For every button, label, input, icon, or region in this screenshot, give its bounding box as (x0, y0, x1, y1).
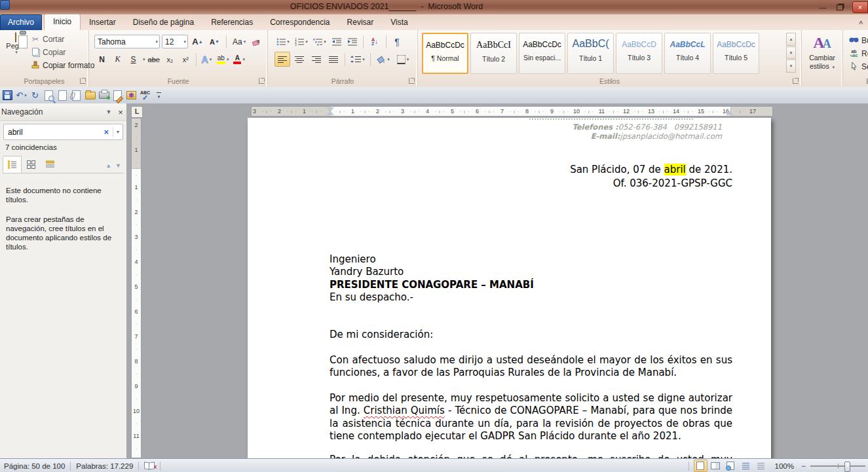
italic-button[interactable]: K (110, 52, 125, 67)
zoom-slider[interactable] (810, 465, 865, 467)
insert-special-button[interactable]: ✱ (125, 89, 138, 101)
superscript-button[interactable]: x² (178, 52, 193, 67)
underline-button[interactable]: S (126, 52, 141, 67)
word-count[interactable]: Palabras: 17.229 (75, 462, 134, 470)
increase-indent-button[interactable] (345, 34, 360, 49)
change-case-button[interactable]: Aa▾ (231, 34, 248, 49)
underline-dropdown-icon[interactable]: ▾ (143, 57, 145, 62)
paste-dropdown-icon[interactable]: ▾ (3, 50, 29, 55)
redo-button[interactable]: ↻ (29, 89, 41, 101)
grow-font-button[interactable]: A▲ (190, 34, 205, 49)
font-color-button[interactable]: A ▾ (231, 52, 247, 67)
tab-browse-headings[interactable] (3, 156, 22, 173)
bullets-button[interactable]: ▾ (274, 34, 292, 49)
highlight-button[interactable]: ab ▾ (215, 52, 231, 67)
paragraph-dialog-launcher-icon[interactable] (409, 78, 415, 84)
document-page[interactable]: Telefones :052-676-384 0992158911 E-mail… (248, 118, 771, 458)
save-button[interactable] (1, 89, 14, 101)
numbering-button[interactable]: 123▾ (293, 34, 310, 49)
cut-button[interactable]: ✂ Cortar (30, 33, 94, 46)
open-button[interactable] (84, 89, 96, 101)
tab-correspondencia[interactable]: Correspondencia (261, 15, 338, 30)
hanging-indent-marker[interactable] (326, 107, 334, 115)
attach-file-button[interactable] (70, 89, 83, 101)
style-normal[interactable]: AaBbCcDc¶ Normal (422, 33, 468, 74)
show-marks-button[interactable]: ¶ (390, 34, 404, 49)
decrease-indent-button[interactable] (330, 34, 344, 49)
new-document-button[interactable] (56, 89, 69, 101)
tab-browse-results[interactable] (41, 156, 60, 173)
close-button[interactable]: × (852, 1, 868, 13)
tab-revisar[interactable]: Revisar (339, 15, 383, 30)
tab-insertar[interactable]: Insertar (81, 15, 124, 30)
clear-formatting-button[interactable]: a (250, 34, 265, 49)
previous-result-icon[interactable]: ▲ (105, 162, 111, 169)
align-right-button[interactable] (309, 52, 324, 67)
font-name-select[interactable]: Tahoma ▾ (94, 35, 160, 48)
sort-button[interactable]: AZ ↓ (367, 34, 383, 49)
shrink-font-button[interactable]: A▼ (207, 34, 222, 49)
view-outline-button[interactable] (739, 460, 753, 472)
style-titulo-2[interactable]: AaBbCcITítulo 2 (470, 33, 517, 74)
zoom-out-button[interactable]: − (799, 462, 808, 471)
align-center-button[interactable] (292, 52, 307, 67)
style-titulo-3[interactable]: AaBbCcDTítulo 3 (616, 33, 662, 74)
spellcheck-status-button[interactable]: × (143, 462, 156, 471)
style-titulo-4[interactable]: AaBbCcLTítulo 4 (664, 33, 711, 74)
borders-button[interactable]: ▾ (394, 52, 412, 67)
copy-button[interactable]: Copiar (30, 46, 94, 59)
paste-button[interactable]: Pegar ▾ (1, 32, 30, 84)
multilevel-list-button[interactable]: ▾ (311, 34, 328, 49)
next-result-icon[interactable]: ▼ (115, 162, 121, 169)
replace-button[interactable]: ab⤷ac Reemplazar (843, 47, 868, 60)
font-size-select[interactable]: 12 ▾ (162, 35, 188, 48)
search-clear-icon[interactable]: × (100, 127, 113, 137)
restore-button[interactable] (831, 2, 848, 12)
align-left-button[interactable] (274, 52, 290, 67)
tab-archivo[interactable]: Archivo (0, 14, 42, 30)
view-print-layout-button[interactable] (694, 460, 708, 472)
tab-stop-selector[interactable]: L (131, 106, 143, 118)
subscript-button[interactable]: x₂ (162, 52, 178, 67)
style-sin-espaciado[interactable]: AaBbCcDcSin espaci... (519, 33, 565, 74)
line-spacing-button[interactable]: ▾ (349, 52, 367, 67)
tab-browse-pages[interactable] (22, 156, 41, 173)
pane-close-icon[interactable]: × (115, 107, 126, 117)
right-indent-marker[interactable] (726, 107, 734, 115)
collapse-ribbon-icon[interactable]: ^ (856, 20, 865, 27)
style-titulo-5[interactable]: AaBbCcDcTítulo 5 (713, 33, 759, 74)
tab-vista[interactable]: Vista (382, 15, 416, 30)
edit-document-button[interactable] (111, 89, 124, 101)
minimize-button[interactable]: — (814, 2, 831, 12)
view-draft-button[interactable] (754, 460, 768, 472)
text-effects-button[interactable]: A▾ (199, 52, 214, 67)
find-button[interactable]: Buscar▾ (843, 34, 868, 47)
change-styles-button[interactable]: Cambiar estilos ▾ (802, 54, 842, 71)
bold-button[interactable]: N (94, 52, 109, 67)
font-dialog-launcher-icon[interactable] (259, 78, 265, 84)
zoom-slider-handle[interactable] (844, 462, 850, 472)
styles-scroll-down-icon[interactable]: ▼ (786, 46, 796, 60)
qat-overflow-button[interactable]: ▾ (153, 89, 165, 101)
page-indicator[interactable]: Página: 50 de 100 (3, 462, 66, 470)
pane-options-dropdown-icon[interactable]: ▼ (103, 109, 115, 115)
tab-inicio[interactable]: Inicio (44, 14, 81, 30)
quick-print-button[interactable] (98, 89, 110, 101)
horizontal-ruler[interactable]: 3· ı ·2· ı ·1· ı · · ı ·1· ı ·2· ı ·3· ı… (251, 106, 773, 117)
clipboard-dialog-launcher-icon[interactable] (80, 78, 86, 84)
undo-button[interactable]: ↶▾ (15, 89, 28, 101)
spelling-button[interactable]: ABC✓ (139, 89, 151, 101)
tab-diseno[interactable]: Diseño de página (124, 15, 202, 30)
print-preview-button[interactable] (43, 89, 55, 101)
justify-button[interactable] (326, 52, 341, 67)
shading-button[interactable]: ▾ (374, 52, 392, 67)
styles-scroll-up-icon[interactable]: ▲ (786, 33, 796, 46)
vertical-ruler[interactable]: 2·1· ·1·2·3·4·5·6·7·8·9·10·11·12 (131, 118, 142, 458)
format-painter-button[interactable]: Copiar formato (30, 59, 94, 72)
search-options-dropdown-icon[interactable]: ▾ (113, 129, 123, 135)
word-app-icon[interactable] (0, 0, 10, 10)
zoom-level[interactable]: 100% (775, 462, 794, 470)
styles-gallery-more-icon[interactable]: ▼ (786, 60, 796, 73)
select-button[interactable]: Seleccionar▾ (843, 60, 868, 73)
view-web-layout-button[interactable] (724, 460, 738, 472)
